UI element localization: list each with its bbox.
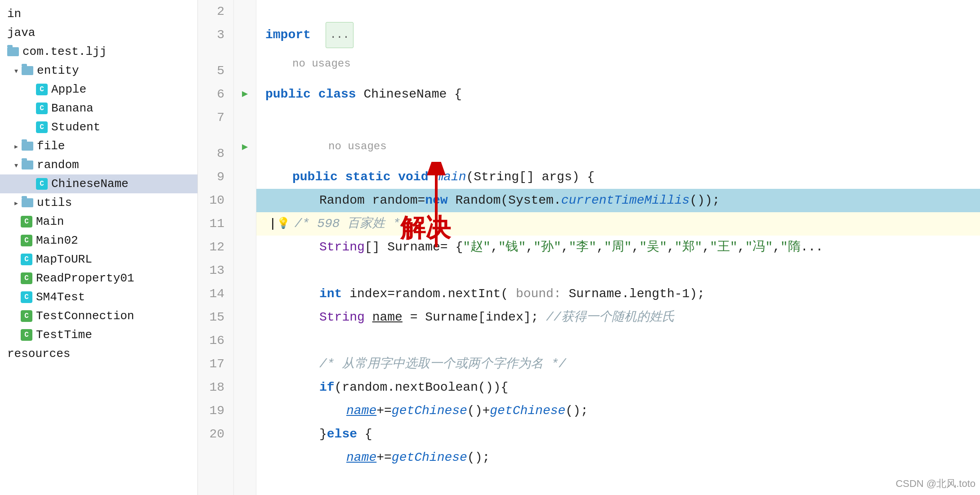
code-line-3: import ... xyxy=(256,23,980,47)
chevron-right-icon: ▸ xyxy=(13,141,19,152)
str-wang: "王" xyxy=(710,236,738,259)
code-line-20: name += getChinese (); xyxy=(256,446,980,469)
run-gutter: ▶ ▶ xyxy=(234,0,256,495)
code-editor[interactable]: 2 3 5 6 7 8 9 10 11 12 13 14 15 16 17 18… xyxy=(198,0,980,495)
class-icon-green: C xyxy=(21,272,32,284)
line-numbers: 2 3 5 6 7 8 9 10 11 12 13 14 15 16 17 18… xyxy=(198,0,234,495)
sidebar-item-file[interactable]: ▸ file xyxy=(0,137,197,156)
sidebar-item-main02[interactable]: C Main02 xyxy=(0,231,197,250)
sidebar-item-readproperty[interactable]: C ReadProperty01 xyxy=(0,269,197,288)
run-line-2 xyxy=(234,0,256,23)
run-arrow-icon: ▶ xyxy=(242,136,248,159)
code-line-15 xyxy=(256,329,980,352)
name-var xyxy=(365,306,372,329)
random-label: random xyxy=(37,158,79,172)
str-zhao: "赵" xyxy=(463,236,491,259)
comment-10: /* 598 百家姓 */ xyxy=(295,212,408,236)
run-line-14 xyxy=(234,282,256,306)
utils-label: utils xyxy=(37,196,72,210)
in-label: in xyxy=(7,7,21,21)
str-feng: "冯" xyxy=(745,236,773,259)
folder-icon xyxy=(22,161,33,169)
chevron-right-icon: ▸ xyxy=(13,197,19,209)
class-icon-green: C xyxy=(21,235,32,246)
class-icon: C xyxy=(36,121,48,133)
run-line-12 xyxy=(234,236,256,259)
else-brace: } xyxy=(319,423,327,446)
line-num-14: 14 xyxy=(202,282,229,306)
surname-length: Surname.length-1); xyxy=(569,282,705,306)
sidebar-item-java: java xyxy=(0,23,197,42)
line-num-10: 10 xyxy=(202,189,229,212)
sidebar-item-banana[interactable]: C Banana xyxy=(0,99,197,118)
import-dots xyxy=(311,23,326,47)
sidebar-item-testconnection[interactable]: C TestConnection xyxy=(0,307,197,326)
main-label: Main xyxy=(36,215,64,228)
code-lines[interactable]: import ... no usages public class Chines… xyxy=(256,0,980,495)
surname-index: = Surname[index]; xyxy=(403,306,538,329)
name-pluseq-20: name xyxy=(346,446,376,469)
watermark: CSDN @北风.toto xyxy=(895,477,976,491)
ctor-close: ()); xyxy=(689,189,720,212)
sidebar-item-main[interactable]: C Main xyxy=(0,212,197,231)
sidebar-item-random[interactable]: ▾ random xyxy=(0,156,197,174)
file-tree[interactable]: in java com.test.ljj ▾ entity C Apple C … xyxy=(0,0,198,495)
str-li: "李" xyxy=(569,236,597,259)
run-line-6[interactable]: ▶ xyxy=(234,83,256,106)
run-line-7 xyxy=(234,106,256,129)
class-icon: C xyxy=(21,254,32,265)
random-ctor: Random(System. xyxy=(455,189,561,212)
sidebar-item-entity[interactable]: ▾ entity xyxy=(0,61,197,80)
line-num-11: 11 xyxy=(202,212,229,236)
getchinese-1: getChinese xyxy=(392,399,467,423)
com-label: com.test.ljj xyxy=(22,45,107,58)
else-open: { xyxy=(357,423,372,446)
main-method: main xyxy=(436,165,466,189)
line-num-16: 16 xyxy=(202,329,229,352)
static-kw: static xyxy=(345,165,398,189)
class-keyword: class xyxy=(318,83,364,106)
class-icon: C xyxy=(36,103,48,114)
sidebar-item-chinesename[interactable]: C ChineseName xyxy=(0,174,197,193)
current-time-millis: currentTimeMillis xyxy=(561,189,690,212)
run-line-5 xyxy=(234,47,256,83)
java-label: java xyxy=(7,26,35,40)
code-line-10: | 💡 /* 598 百家姓 */ xyxy=(256,212,980,236)
public-kw: public xyxy=(292,165,345,189)
sidebar-item-sm4test[interactable]: C SM4Test xyxy=(0,288,197,307)
folder-icon xyxy=(22,198,33,207)
str-zhou: "周" xyxy=(604,236,632,259)
line-num-2: 2 xyxy=(202,0,229,23)
sidebar-item-student[interactable]: C Student xyxy=(0,118,197,137)
code-line-19: } else { xyxy=(256,423,980,446)
string-type: String xyxy=(319,236,365,259)
banana-label: Banana xyxy=(51,102,94,115)
name-underline: name xyxy=(372,306,403,329)
sidebar-item-apple[interactable]: C Apple xyxy=(0,80,197,99)
if-cond: (random.nextBoolean()){ xyxy=(335,376,508,399)
run-line-15 xyxy=(234,306,256,329)
if-keyword: if xyxy=(319,376,335,399)
line-num-15: 15 xyxy=(202,306,229,329)
array-decl: [] Surname= { xyxy=(365,236,463,259)
code-line-17: if (random.nextBoolean()){ xyxy=(256,376,980,399)
line-num-17: 17 xyxy=(202,352,229,376)
entity-label: entity xyxy=(37,64,79,77)
sidebar-item-testtime[interactable]: C TestTime xyxy=(0,326,197,344)
class-icon-green: C xyxy=(21,310,32,322)
sidebar-item-utils[interactable]: ▸ utils xyxy=(0,193,197,212)
code-line-7 xyxy=(256,106,980,129)
code-line-8: public static void main (String[] args) … xyxy=(256,165,980,189)
lightbulb-icon[interactable]: 💡 xyxy=(277,212,290,236)
line-num-6: 6 xyxy=(202,83,229,106)
classname: ChineseName { xyxy=(363,83,461,106)
class-icon: C xyxy=(36,178,48,190)
sidebar-item-com[interactable]: com.test.ljj xyxy=(0,42,197,61)
pluseq-20: += xyxy=(376,446,392,469)
getchinese-2: getChinese xyxy=(490,399,565,423)
line-num-12: 12 xyxy=(202,236,229,259)
run-line-8[interactable]: ▶ xyxy=(234,129,256,165)
line-num-7: 7 xyxy=(202,106,229,129)
sidebar-item-maptourl[interactable]: C MapToURL xyxy=(0,250,197,269)
student-label: Student xyxy=(51,120,100,134)
